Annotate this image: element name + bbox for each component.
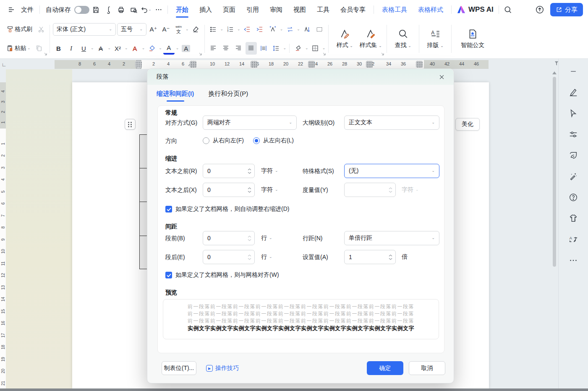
indent-after-unit[interactable]: 字符⌄ xyxy=(261,183,278,197)
paragraph-dialog-launcher[interactable] xyxy=(322,52,327,56)
cancel-button[interactable]: 取消 xyxy=(409,361,445,375)
ribbon-tab-视图[interactable]: 视图 xyxy=(288,0,311,19)
print-preview-icon[interactable] xyxy=(127,3,140,16)
edit-pen-icon[interactable] xyxy=(568,87,578,97)
context-tab-表格工具[interactable]: 表格工具 xyxy=(376,0,413,19)
typeset-button[interactable]: A 排版 ⌄ xyxy=(422,29,448,49)
space-after-input[interactable]: 0 xyxy=(203,250,255,264)
context-tab-表格样式[interactable]: 表格样式 xyxy=(413,0,449,19)
table-column-marker[interactable] xyxy=(135,61,142,68)
space-before-input[interactable]: 0 xyxy=(203,231,255,245)
tabstop-selector[interactable]: ∟ xyxy=(1,61,7,68)
scroll-up-arrow[interactable] xyxy=(552,71,557,74)
ribbon-tab-插入[interactable]: 插入 xyxy=(194,0,217,19)
superscript-button[interactable]: X² xyxy=(112,42,123,55)
shading-icon[interactable] xyxy=(293,42,304,55)
highlight-pen-icon[interactable] xyxy=(146,42,157,55)
dialog-titlebar[interactable]: 段落 xyxy=(147,69,454,85)
decrease-font-icon[interactable]: A⁻ xyxy=(160,23,172,36)
table-column-marker[interactable] xyxy=(416,61,423,68)
space-after-unit[interactable]: 行⌄ xyxy=(261,250,272,264)
at-value-input[interactable]: 1 xyxy=(344,250,396,264)
save-icon[interactable] xyxy=(89,3,102,16)
auto-adjust-indent-checkbox[interactable] xyxy=(165,206,172,213)
select-cursor-icon[interactable] xyxy=(568,108,578,118)
undo-icon[interactable]: ⌄ xyxy=(140,3,152,16)
indent-after-input[interactable]: 0 xyxy=(203,183,255,197)
strikethrough-button[interactable]: A xyxy=(95,42,107,55)
font-color-button[interactable]: A xyxy=(163,42,175,55)
theme-skin-icon[interactable] xyxy=(568,213,578,223)
more-options-icon[interactable] xyxy=(568,255,578,265)
by-value-input[interactable] xyxy=(344,183,396,197)
char-shading-button[interactable]: A xyxy=(180,42,192,55)
indent-before-unit[interactable]: 字符⌄ xyxy=(261,164,278,178)
tab-indents-spacing[interactable]: 缩进和间距(I) xyxy=(157,85,194,102)
italic-button[interactable]: I xyxy=(65,42,77,55)
vertical-ruler[interactable]: 4321123456789101112131415161718192021 xyxy=(0,69,6,388)
radio-right-to-left[interactable] xyxy=(203,137,209,144)
show-marks-icon[interactable] xyxy=(314,23,325,36)
outline-level-select[interactable]: 正文文本⌄ xyxy=(344,115,439,130)
upload-cloud-icon[interactable] xyxy=(533,3,546,16)
scrollbar-thumb[interactable] xyxy=(553,77,556,267)
horizontal-ruler[interactable]: 8642246101214161820222426283032343640424… xyxy=(0,60,588,69)
adjust-sliders-icon[interactable] xyxy=(568,129,578,139)
indent-before-input[interactable]: 0 xyxy=(203,164,255,178)
sort-icon[interactable] xyxy=(301,23,313,36)
borders-icon[interactable] xyxy=(310,42,321,55)
text-direction-icon[interactable] xyxy=(284,23,295,36)
bold-button[interactable]: B xyxy=(53,42,64,55)
font-name-select[interactable]: 宋体 (正文)⌄ xyxy=(53,23,116,36)
ok-button[interactable]: 确定 xyxy=(367,361,403,375)
collapse-icon[interactable] xyxy=(568,66,578,76)
close-icon[interactable] xyxy=(436,71,447,82)
find-button[interactable]: 查找 ⌄ xyxy=(390,29,416,49)
font-size-select[interactable]: 五号⌄ xyxy=(117,23,146,36)
radio-left-to-right[interactable] xyxy=(253,137,260,144)
special-format-select[interactable]: (无)⌄ xyxy=(344,164,439,178)
pinyin-guide-button[interactable]: wén 文 xyxy=(173,23,184,36)
table-move-handle[interactable] xyxy=(125,119,136,130)
styles-dialog-launcher[interactable] xyxy=(381,52,385,56)
search-icon[interactable] xyxy=(502,3,514,16)
ribbon-tab-审阅[interactable]: 审阅 xyxy=(264,0,288,19)
align-right-icon[interactable] xyxy=(233,42,244,55)
copy-icon[interactable] xyxy=(34,42,45,55)
more-commands-icon[interactable] xyxy=(152,3,165,16)
numbered-list-icon[interactable]: 123 xyxy=(225,23,236,36)
table-column-marker[interactable] xyxy=(308,61,315,68)
text-effects-button[interactable]: A xyxy=(129,42,141,55)
smart-doc-button[interactable]: 智能公文 xyxy=(455,29,491,49)
format-painter-button[interactable]: 格式刷 xyxy=(5,23,34,36)
justify-icon[interactable] xyxy=(246,42,257,55)
help-icon[interactable] xyxy=(568,192,578,202)
table-column-marker[interactable] xyxy=(190,61,196,68)
align-left-icon[interactable] xyxy=(208,42,219,55)
undo-dropdown-icon[interactable]: ⌄ xyxy=(148,8,152,11)
paste-button[interactable]: 粘贴 ⌄ xyxy=(5,42,32,55)
tab-line-page-breaks[interactable]: 换行和分页(P) xyxy=(208,85,248,102)
align-center-icon[interactable] xyxy=(220,42,232,55)
file-menu[interactable]: 文件 xyxy=(18,3,37,16)
bullet-list-icon[interactable] xyxy=(208,23,219,36)
magic-wand-icon[interactable] xyxy=(568,171,578,181)
ribbon-tab-工具[interactable]: 工具 xyxy=(311,0,335,19)
autosave-toggle[interactable] xyxy=(74,6,89,14)
line-spacing-icon[interactable] xyxy=(271,42,282,55)
table-column-marker[interactable] xyxy=(366,61,373,68)
styles-button[interactable]: 样式 ⌄ xyxy=(332,29,358,49)
space-before-unit[interactable]: 行⌄ xyxy=(261,231,272,245)
export-pdf-icon[interactable] xyxy=(102,3,115,16)
print-icon[interactable] xyxy=(115,3,127,16)
tips-link[interactable]: ▶ 操作技巧 xyxy=(206,365,239,372)
wps-ai-button[interactable]: WPS AI xyxy=(454,5,496,14)
alignment-select[interactable]: 两端对齐⌄ xyxy=(203,115,297,130)
translate-icon[interactable]: A xyxy=(568,234,578,244)
global-menu-icon[interactable] xyxy=(5,3,18,16)
increase-indent-icon[interactable] xyxy=(254,23,266,36)
ribbon-tab-会员专享[interactable]: 会员专享 xyxy=(335,0,371,19)
cut-icon[interactable] xyxy=(35,23,47,36)
underline-button[interactable]: U xyxy=(78,42,89,55)
ribbon-tab-页面[interactable]: 页面 xyxy=(217,0,241,19)
